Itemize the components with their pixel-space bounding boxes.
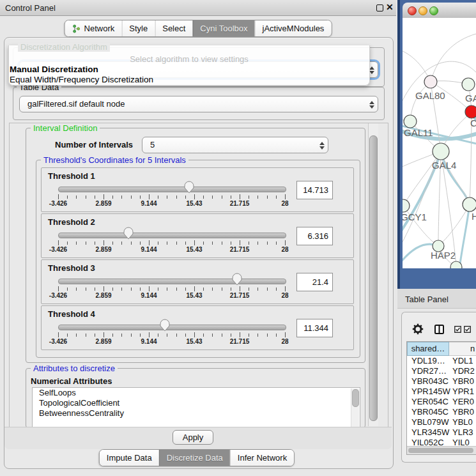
table-row[interactable]: YBR043CYBR0 [407,376,476,387]
network-node[interactable] [462,78,475,91]
slider-thumb[interactable] [123,227,134,240]
table-row[interactable]: YDL19…YDL1 [407,356,476,366]
slider-track[interactable] [58,187,286,192]
tick-label: 9.144 [130,292,168,299]
tab-cyni-toolbox[interactable]: Cyni Toolbox [192,20,254,36]
horizontal-scrollbar-thumb[interactable] [408,448,473,453]
tab-discretize-data[interactable]: Discretize Data [159,450,230,466]
network-node[interactable] [403,199,410,212]
network-view-canvas[interactable]: GAL80GACGAL11GAL4GCY1HHAP2 [403,18,476,268]
tick-mark [140,288,141,291]
gear-icon[interactable] [412,323,424,335]
float-window-icon[interactable] [376,4,383,12]
table-row[interactable]: YBR045CYBR0 [407,407,476,417]
network-node[interactable] [433,143,449,160]
tick-label: 28 [266,200,304,207]
tick-mark [167,242,167,245]
table-row[interactable]: YBL079WYBL0 [407,417,476,427]
tab-label: Style [129,24,148,33]
close-traffic-light-icon[interactable] [408,6,417,15]
tick-label: -3.426 [39,292,77,299]
tick-mark [240,194,240,199]
table-row[interactable]: YDR27…YDR2 [407,366,476,376]
tab-select[interactable]: Select [155,20,192,36]
column-header-shared-name[interactable]: shared… [407,342,449,356]
table-row[interactable]: YER054CYER0 [407,397,476,407]
slider-track[interactable] [58,233,286,238]
num-intervals-spinner[interactable]: 5 [142,137,328,153]
tab-jactivemnodules[interactable]: jActiveMNodules [255,20,332,36]
list-scrollbar-thumb[interactable] [352,389,359,407]
network-edge[interactable] [431,34,476,82]
table-data-combobox[interactable]: galFiltered.sif default node [19,96,378,112]
table-cell-name: YDR2 [449,366,476,376]
network-node-label: GA [465,93,476,104]
close-icon[interactable]: ✕ [386,2,394,12]
algorithm-option[interactable]: Equal Width/Frequency Discretization [10,75,369,85]
network-node[interactable] [465,105,476,118]
slider-thumb[interactable] [160,319,170,332]
vertical-scrollbar-thumb[interactable] [369,135,378,421]
threshold-value-field[interactable]: 21.4 [296,273,333,291]
tick-mark [212,288,213,291]
network-node[interactable] [463,197,476,211]
checkbox-icon[interactable] [464,326,471,333]
tab-label: Network [84,24,115,33]
network-node-label: GAL4 [432,160,456,171]
table-row[interactable]: YLR345WYLR3 [407,427,476,438]
network-edge[interactable] [438,204,470,246]
tick-mark [104,240,104,245]
tick-mark [203,196,204,199]
slider-track[interactable] [58,325,286,330]
tab-infer-network[interactable]: Infer Network [230,450,294,466]
slider-track[interactable] [58,279,286,284]
threshold-value-field[interactable]: 11.344 [296,319,333,337]
tick-mark [185,288,186,291]
tick-label: 21.715 [220,292,259,299]
table-row[interactable]: YPR145WYPR1 [407,387,476,397]
tick-mark [267,242,268,245]
tick-mark [194,240,195,245]
control-panel-titlebar: Control Panel ✕ [0,0,396,16]
tick-mark [158,196,158,199]
table-cell-shared-name: YLR345W [407,427,449,438]
threshold-value-field[interactable]: 6.316 [296,227,333,245]
column-header-name[interactable]: n [449,342,476,356]
attribute-item[interactable]: TopologicalCoefficient [33,398,360,408]
tick-mark [76,196,77,199]
tick-label: 28 [266,246,304,253]
columns-icon[interactable] [434,325,444,334]
tick-mark [176,196,177,199]
tick-label: 2.859 [84,200,123,207]
minimize-traffic-light-icon[interactable] [418,6,427,15]
table-cell-shared-name: YBR043C [407,376,449,387]
tab-network[interactable]: Network [65,20,122,36]
tick-mark [257,196,258,199]
network-node[interactable] [404,115,417,128]
network-node[interactable] [424,75,437,88]
algorithm-option[interactable]: Manual Discretization [10,65,369,75]
attribute-item[interactable]: BetweennessCentrality [33,408,360,418]
threshold-panel: Threshold 2-3.4262.8599.14415.4321.71528… [41,213,354,258]
tick-mark [231,334,231,337]
checkbox-icon[interactable] [454,326,461,333]
numerical-attributes-list[interactable]: SelfLoopsTopologicalCoefficientBetweenne… [32,387,360,428]
tab-style[interactable]: Style [121,20,155,36]
threshold-value-field[interactable]: 14.713 [296,181,333,199]
num-intervals-value: 5 [150,140,155,150]
tick-mark [212,196,213,199]
horizontal-scrollbar-track[interactable] [407,446,476,454]
tick-mark [112,196,113,199]
thresholds-group-title: Threshold's Coordinates for 5 Intervals [41,156,188,165]
slider-thumb[interactable] [232,273,242,286]
tab-impute-data[interactable]: Impute Data [100,450,159,466]
apply-button[interactable]: Apply [173,430,213,445]
zoom-traffic-light-icon[interactable] [429,6,438,15]
interval-definition-title: Interval Definition [31,124,100,133]
slider-thumb[interactable] [184,181,194,194]
attribute-item[interactable]: SelfLoops [33,388,360,398]
list-scrollbar-track[interactable] [351,388,359,427]
discretization-algorithm-title: Discretization Algorithm [18,43,110,52]
tick-mark [249,242,249,245]
table-body: YDL19…YDL1YDR27…YDR2YBR043CYBR0YPR145WYP… [407,356,476,448]
